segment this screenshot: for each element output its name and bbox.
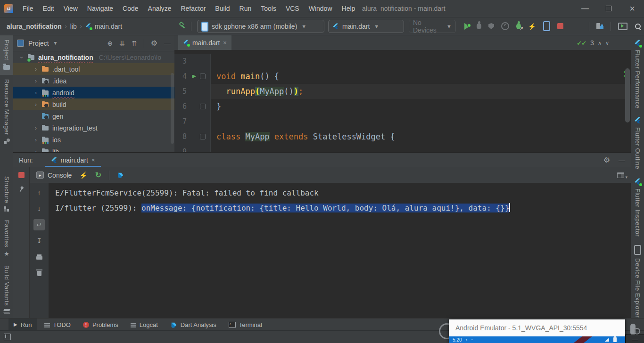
tree-chevron-icon[interactable]: ›	[33, 78, 39, 84]
tree-item-integration_test[interactable]: ›integration_test	[13, 122, 174, 134]
hot-reload-icon[interactable]: ⚡	[528, 23, 536, 30]
settings-gear-icon[interactable]: ⚙	[603, 156, 610, 164]
logcat-icon[interactable]	[131, 322, 136, 327]
menu-tools[interactable]: Tools	[256, 5, 281, 12]
toolwindow-button-run[interactable]: ▶Run	[8, 318, 37, 331]
print-icon[interactable]	[36, 254, 42, 260]
close-icon[interactable]: ×	[223, 39, 227, 46]
menu-help[interactable]: Help	[337, 5, 360, 12]
tree-chevron-icon[interactable]: ›	[33, 101, 39, 108]
run-tab-main-dart[interactable]: main.dart ×	[45, 153, 101, 167]
locate-icon[interactable]: ⊕	[107, 40, 113, 47]
close-icon[interactable]: ×	[620, 0, 644, 17]
collapse-all-icon[interactable]: ⇈	[132, 40, 137, 47]
console-toolbar-soft-wrap[interactable]: ↵	[33, 219, 45, 230]
debug-icon[interactable]	[477, 23, 481, 29]
tree-item-gen[interactable]: gen	[13, 110, 174, 122]
emulator-title-bar[interactable]: Android Emulator - 5.1_WVGA_API_30:5554	[449, 319, 625, 336]
close-icon[interactable]: ×	[91, 156, 95, 163]
editor-scrollbar[interactable]	[625, 68, 630, 122]
tree-item-ios[interactable]: ›ios	[13, 134, 174, 146]
toolwindow-button-todo[interactable]: TODO	[39, 318, 76, 331]
chevron-down-icon[interactable]: ▼	[53, 41, 58, 46]
hot-restart-icon[interactable]: ↻	[95, 172, 101, 179]
hide-panel-icon[interactable]: —	[164, 40, 171, 47]
console-toolbar-arrow-up[interactable]: ↑	[33, 187, 45, 198]
tree-item-build[interactable]: ›build	[13, 98, 174, 110]
devtools-icon[interactable]	[543, 21, 550, 31]
todo-icon[interactable]	[44, 322, 50, 327]
device-selector[interactable]: sdk gphone x86 arm (mobile) ▼	[197, 20, 324, 33]
console-toolbar-scroll-end[interactable]: ↧	[33, 235, 45, 246]
fold-marker-icon[interactable]	[200, 74, 206, 79]
menu-view[interactable]: View	[59, 5, 83, 12]
run-toolwindow-icon[interactable]: ▶	[14, 322, 17, 327]
toolwindow-button-terminal[interactable]: Terminal	[223, 318, 267, 331]
search-icon[interactable]	[635, 23, 641, 30]
minimize-icon[interactable]: —	[573, 0, 597, 17]
sidebar-item-flutter-performance[interactable]: Flutter Performance	[631, 35, 644, 113]
target-device-selector[interactable]: No Devices ▼	[409, 20, 456, 33]
run-button[interactable]	[464, 23, 470, 30]
tree-item-android[interactable]: ›android	[13, 87, 174, 98]
run-config-selector[interactable]: main.dart ▼	[328, 20, 404, 33]
android-emulator-window[interactable]: Android Emulator - 5.1_WVGA_API_30:5554 …	[449, 319, 625, 343]
code-text[interactable]	[211, 144, 631, 152]
menu-build[interactable]: Build	[210, 5, 234, 12]
project-structure-icon[interactable]	[596, 23, 603, 29]
tree-chevron-icon[interactable]: ›	[33, 137, 39, 143]
scroll-up-icon[interactable]: ↑	[38, 189, 41, 196]
fold-marker-icon[interactable]	[200, 104, 206, 109]
console-output[interactable]: E/FlutterFcmService(25599): Fatal: faile…	[49, 183, 631, 318]
code-text[interactable]: }	[211, 99, 631, 114]
project-scrollbar[interactable]	[171, 73, 174, 144]
sidebar-item-structure[interactable]: Structure	[0, 172, 13, 216]
inspections-widget[interactable]: ✔✔ 3 ∧ ∨	[577, 39, 609, 47]
menu-vcs[interactable]: VCS	[281, 5, 304, 12]
prev-problem-icon[interactable]: ∧	[598, 41, 602, 46]
profiler-icon[interactable]	[501, 22, 509, 30]
tree-chevron-icon[interactable]: ›	[33, 125, 39, 131]
expand-all-icon[interactable]: ⇊	[119, 40, 125, 47]
sidebar-item-build-variants[interactable]: Build Variants	[0, 261, 13, 318]
tree-item-.idea[interactable]: ›.idea	[13, 75, 174, 87]
emulator-icon[interactable]	[618, 23, 627, 30]
layout-settings-icon[interactable]: ▾	[617, 172, 624, 178]
menu-navigate[interactable]: Navigate	[83, 5, 118, 12]
hot-reload-icon[interactable]: ⚡	[79, 172, 87, 179]
breadcrumb-item-lib[interactable]: lib	[70, 23, 77, 30]
soft-wrap-icon[interactable]: ↵	[36, 221, 42, 228]
next-problem-icon[interactable]: ∨	[605, 41, 609, 46]
sidebar-item-project[interactable]: Project	[0, 35, 13, 75]
breadcrumb-item-main.dart[interactable]: main.dart	[95, 23, 122, 30]
stop-button[interactable]	[18, 172, 25, 178]
console-toolbar-print[interactable]	[33, 251, 45, 262]
console-tab[interactable]: ▸ Console	[36, 172, 72, 179]
editor-tab-main-dart[interactable]: main.dart ×	[178, 35, 231, 50]
code-text[interactable]	[211, 114, 631, 129]
pin-icon[interactable]	[18, 186, 25, 192]
toggle-toolwindows-icon[interactable]	[4, 334, 11, 340]
breadcrumb-item-alura_notification[interactable]: alura_notification	[7, 23, 62, 30]
sidebar-item-resource-manager[interactable]: Resource Manager	[0, 75, 13, 148]
rotate-icon[interactable]	[634, 328, 640, 335]
console-toolbar-arrow-down[interactable]: ↓	[33, 203, 45, 214]
hide-panel-icon[interactable]: —	[619, 157, 625, 163]
sidebar-item-flutter-inspector[interactable]: Flutter Inspector	[631, 174, 644, 241]
problems-icon[interactable]: !	[83, 322, 89, 328]
coverage-icon[interactable]	[488, 23, 494, 29]
scroll-to-end-icon[interactable]: ↧	[36, 237, 42, 244]
terminal-icon[interactable]	[229, 322, 236, 328]
menu-analyze[interactable]: Analyze	[143, 5, 176, 12]
emulator-minimize-button[interactable]: —	[625, 335, 644, 343]
sidebar-item-device-file-explorer[interactable]: Device File Explorer	[631, 241, 644, 322]
attach-debugger-icon[interactable]: ↗	[516, 23, 521, 29]
code-text[interactable]: runApp(MyApp());	[211, 84, 631, 99]
flutter-wrench-icon[interactable]	[178, 22, 186, 30]
code-text[interactable]: void main() {	[211, 69, 631, 84]
menu-code[interactable]: Code	[118, 5, 143, 12]
code-area[interactable]: 34▶▶void main() {5 runApp(MyApp());6}78c…	[174, 50, 631, 152]
tree-item-lib[interactable]: ›lib	[13, 146, 174, 153]
tree-item-.dart_tool[interactable]: ›.dart_tool	[13, 63, 174, 75]
tree-chevron-icon[interactable]: ›	[33, 90, 39, 96]
